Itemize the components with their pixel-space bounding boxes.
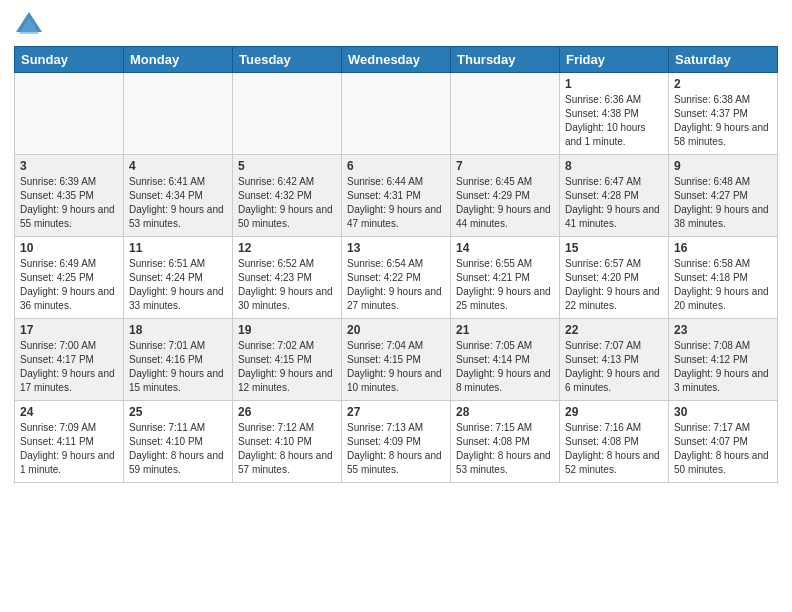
week-row-1: 1Sunrise: 6:36 AM Sunset: 4:38 PM Daylig… [15, 73, 778, 155]
day-info: Sunrise: 7:09 AM Sunset: 4:11 PM Dayligh… [20, 421, 118, 477]
calendar-cell [233, 73, 342, 155]
day-number: 21 [456, 323, 554, 337]
day-number: 12 [238, 241, 336, 255]
day-number: 18 [129, 323, 227, 337]
day-info: Sunrise: 6:42 AM Sunset: 4:32 PM Dayligh… [238, 175, 336, 231]
day-number: 6 [347, 159, 445, 173]
day-number: 10 [20, 241, 118, 255]
day-info: Sunrise: 7:16 AM Sunset: 4:08 PM Dayligh… [565, 421, 663, 477]
day-info: Sunrise: 7:00 AM Sunset: 4:17 PM Dayligh… [20, 339, 118, 395]
calendar-cell: 22Sunrise: 7:07 AM Sunset: 4:13 PM Dayli… [560, 319, 669, 401]
calendar-cell: 30Sunrise: 7:17 AM Sunset: 4:07 PM Dayli… [669, 401, 778, 483]
page-container: SundayMondayTuesdayWednesdayThursdayFrid… [0, 0, 792, 493]
calendar-cell: 25Sunrise: 7:11 AM Sunset: 4:10 PM Dayli… [124, 401, 233, 483]
day-number: 14 [456, 241, 554, 255]
day-info: Sunrise: 7:13 AM Sunset: 4:09 PM Dayligh… [347, 421, 445, 477]
day-number: 20 [347, 323, 445, 337]
calendar-cell [342, 73, 451, 155]
day-info: Sunrise: 6:45 AM Sunset: 4:29 PM Dayligh… [456, 175, 554, 231]
day-info: Sunrise: 6:51 AM Sunset: 4:24 PM Dayligh… [129, 257, 227, 313]
day-number: 13 [347, 241, 445, 255]
weekday-header-saturday: Saturday [669, 47, 778, 73]
calendar-cell: 28Sunrise: 7:15 AM Sunset: 4:08 PM Dayli… [451, 401, 560, 483]
calendar-cell: 3Sunrise: 6:39 AM Sunset: 4:35 PM Daylig… [15, 155, 124, 237]
day-number: 25 [129, 405, 227, 419]
day-info: Sunrise: 7:11 AM Sunset: 4:10 PM Dayligh… [129, 421, 227, 477]
calendar-cell: 7Sunrise: 6:45 AM Sunset: 4:29 PM Daylig… [451, 155, 560, 237]
day-number: 7 [456, 159, 554, 173]
day-info: Sunrise: 7:15 AM Sunset: 4:08 PM Dayligh… [456, 421, 554, 477]
day-number: 28 [456, 405, 554, 419]
day-number: 26 [238, 405, 336, 419]
calendar-cell: 12Sunrise: 6:52 AM Sunset: 4:23 PM Dayli… [233, 237, 342, 319]
calendar-cell: 10Sunrise: 6:49 AM Sunset: 4:25 PM Dayli… [15, 237, 124, 319]
day-info: Sunrise: 6:58 AM Sunset: 4:18 PM Dayligh… [674, 257, 772, 313]
week-row-4: 17Sunrise: 7:00 AM Sunset: 4:17 PM Dayli… [15, 319, 778, 401]
day-info: Sunrise: 6:47 AM Sunset: 4:28 PM Dayligh… [565, 175, 663, 231]
weekday-header-wednesday: Wednesday [342, 47, 451, 73]
calendar-cell: 24Sunrise: 7:09 AM Sunset: 4:11 PM Dayli… [15, 401, 124, 483]
weekday-header-tuesday: Tuesday [233, 47, 342, 73]
day-info: Sunrise: 7:12 AM Sunset: 4:10 PM Dayligh… [238, 421, 336, 477]
logo [14, 10, 48, 38]
calendar-cell: 29Sunrise: 7:16 AM Sunset: 4:08 PM Dayli… [560, 401, 669, 483]
day-number: 22 [565, 323, 663, 337]
calendar-cell: 15Sunrise: 6:57 AM Sunset: 4:20 PM Dayli… [560, 237, 669, 319]
calendar-cell: 16Sunrise: 6:58 AM Sunset: 4:18 PM Dayli… [669, 237, 778, 319]
day-number: 29 [565, 405, 663, 419]
day-info: Sunrise: 6:49 AM Sunset: 4:25 PM Dayligh… [20, 257, 118, 313]
day-number: 16 [674, 241, 772, 255]
calendar-cell: 26Sunrise: 7:12 AM Sunset: 4:10 PM Dayli… [233, 401, 342, 483]
week-row-5: 24Sunrise: 7:09 AM Sunset: 4:11 PM Dayli… [15, 401, 778, 483]
day-number: 2 [674, 77, 772, 91]
weekday-header-sunday: Sunday [15, 47, 124, 73]
day-number: 19 [238, 323, 336, 337]
day-info: Sunrise: 7:08 AM Sunset: 4:12 PM Dayligh… [674, 339, 772, 395]
day-info: Sunrise: 6:55 AM Sunset: 4:21 PM Dayligh… [456, 257, 554, 313]
calendar-cell: 14Sunrise: 6:55 AM Sunset: 4:21 PM Dayli… [451, 237, 560, 319]
calendar-cell: 20Sunrise: 7:04 AM Sunset: 4:15 PM Dayli… [342, 319, 451, 401]
day-info: Sunrise: 7:01 AM Sunset: 4:16 PM Dayligh… [129, 339, 227, 395]
calendar-cell: 13Sunrise: 6:54 AM Sunset: 4:22 PM Dayli… [342, 237, 451, 319]
calendar-cell: 6Sunrise: 6:44 AM Sunset: 4:31 PM Daylig… [342, 155, 451, 237]
calendar-cell: 4Sunrise: 6:41 AM Sunset: 4:34 PM Daylig… [124, 155, 233, 237]
calendar-cell: 11Sunrise: 6:51 AM Sunset: 4:24 PM Dayli… [124, 237, 233, 319]
day-number: 1 [565, 77, 663, 91]
day-info: Sunrise: 7:02 AM Sunset: 4:15 PM Dayligh… [238, 339, 336, 395]
calendar-table: SundayMondayTuesdayWednesdayThursdayFrid… [14, 46, 778, 483]
day-info: Sunrise: 6:39 AM Sunset: 4:35 PM Dayligh… [20, 175, 118, 231]
calendar-cell: 17Sunrise: 7:00 AM Sunset: 4:17 PM Dayli… [15, 319, 124, 401]
day-number: 30 [674, 405, 772, 419]
day-number: 11 [129, 241, 227, 255]
calendar-cell: 2Sunrise: 6:38 AM Sunset: 4:37 PM Daylig… [669, 73, 778, 155]
calendar-cell: 5Sunrise: 6:42 AM Sunset: 4:32 PM Daylig… [233, 155, 342, 237]
day-number: 4 [129, 159, 227, 173]
day-info: Sunrise: 7:05 AM Sunset: 4:14 PM Dayligh… [456, 339, 554, 395]
day-info: Sunrise: 6:54 AM Sunset: 4:22 PM Dayligh… [347, 257, 445, 313]
day-info: Sunrise: 6:52 AM Sunset: 4:23 PM Dayligh… [238, 257, 336, 313]
weekday-header-monday: Monday [124, 47, 233, 73]
calendar-cell [124, 73, 233, 155]
calendar-cell: 1Sunrise: 6:36 AM Sunset: 4:38 PM Daylig… [560, 73, 669, 155]
day-info: Sunrise: 7:07 AM Sunset: 4:13 PM Dayligh… [565, 339, 663, 395]
day-info: Sunrise: 6:38 AM Sunset: 4:37 PM Dayligh… [674, 93, 772, 149]
calendar-cell: 21Sunrise: 7:05 AM Sunset: 4:14 PM Dayli… [451, 319, 560, 401]
day-number: 8 [565, 159, 663, 173]
calendar-cell [15, 73, 124, 155]
day-number: 24 [20, 405, 118, 419]
day-number: 15 [565, 241, 663, 255]
calendar-cell: 8Sunrise: 6:47 AM Sunset: 4:28 PM Daylig… [560, 155, 669, 237]
calendar-cell: 19Sunrise: 7:02 AM Sunset: 4:15 PM Dayli… [233, 319, 342, 401]
calendar-cell [451, 73, 560, 155]
day-info: Sunrise: 6:48 AM Sunset: 4:27 PM Dayligh… [674, 175, 772, 231]
day-info: Sunrise: 7:04 AM Sunset: 4:15 PM Dayligh… [347, 339, 445, 395]
day-info: Sunrise: 6:57 AM Sunset: 4:20 PM Dayligh… [565, 257, 663, 313]
day-info: Sunrise: 6:36 AM Sunset: 4:38 PM Dayligh… [565, 93, 663, 149]
day-number: 5 [238, 159, 336, 173]
calendar-cell: 9Sunrise: 6:48 AM Sunset: 4:27 PM Daylig… [669, 155, 778, 237]
week-row-3: 10Sunrise: 6:49 AM Sunset: 4:25 PM Dayli… [15, 237, 778, 319]
calendar-cell: 27Sunrise: 7:13 AM Sunset: 4:09 PM Dayli… [342, 401, 451, 483]
day-number: 17 [20, 323, 118, 337]
page-header [14, 10, 778, 38]
weekday-header-thursday: Thursday [451, 47, 560, 73]
